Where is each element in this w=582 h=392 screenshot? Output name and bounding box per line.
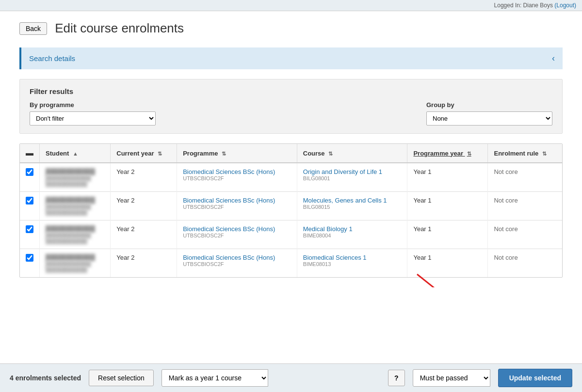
current-year-cell-3: Year 2 (111, 249, 177, 278)
programme-name-0: Biomedical Sciences BSc (Hons) (183, 168, 291, 175)
row-checkbox-1[interactable] (26, 197, 33, 204)
student-name-0: ████████████ (46, 168, 104, 175)
top-bar: Logged In: Diane Boys (Logout) (0, 0, 582, 11)
student-sub1-3: ████████████ (46, 261, 104, 267)
table-row: ████████████ ████████████ ███████████ Ye… (20, 249, 562, 278)
enrolment-rule-cell-2: Not core (488, 220, 562, 249)
current-year-cell-1: Year 2 (111, 192, 177, 220)
programme-cell-2: Biomedical Sciences BSc (Hons) UTBSCBIOS… (177, 220, 297, 249)
programme-year-cell-1: Year 1 (407, 192, 488, 220)
row-checkbox-cell[interactable] (20, 220, 40, 249)
row-checkbox-cell[interactable] (20, 192, 40, 220)
programme-cell-1: Biomedical Sciences BSc (Hons) UTBSCBIOS… (177, 192, 297, 220)
programme-column-header[interactable]: Programme ⇅ (177, 144, 297, 163)
back-button[interactable]: Back (19, 22, 47, 35)
course-code-1: BILG08015 (303, 204, 402, 210)
course-cell-0: Origin and Diversity of Life 1 BILG08001 (297, 163, 407, 192)
student-column-header[interactable]: Student ▲ (40, 144, 111, 163)
student-sub1-2: ████████████ (46, 232, 104, 238)
search-details-bar: Search details ‹ (19, 47, 563, 69)
search-details-label: Search details (29, 54, 75, 63)
programme-year-column-header[interactable]: Programme year ⇅ (407, 144, 488, 163)
student-cell-3: ████████████ ████████████ ███████████ (40, 249, 111, 278)
student-cell-1: ████████████ ████████████ ███████████ (40, 192, 111, 220)
row-checkbox-cell[interactable] (20, 163, 40, 192)
student-sort-icon: ▲ (73, 151, 78, 157)
select-all-header[interactable]: ▬ (20, 144, 40, 163)
course-sort-icon: ⇅ (328, 151, 333, 157)
row-checkbox-0[interactable] (26, 168, 33, 176)
programme-cell-3: Biomedical Sciences BSc (Hons) UTBSCBIOS… (177, 249, 297, 278)
programme-code-1: UTBSCBIOSC2F (183, 204, 291, 210)
current-year-cell-0: Year 2 (111, 163, 177, 192)
programme-code-0: UTBSCBIOSC2F (183, 175, 291, 181)
student-cell-2: ████████████ ████████████ ███████████ (40, 220, 111, 249)
student-name-1: ████████████ (46, 197, 104, 204)
programme-cell-0: Biomedical Sciences BSc (Hons) UTBSCBIOS… (177, 163, 297, 192)
enrolment-rule-column-header[interactable]: Enrolment rule ⇅ (488, 144, 562, 163)
course-cell-2: Medical Biology 1 BIME08004 (297, 220, 407, 249)
enrolment-rule-cell-0: Not core (488, 163, 562, 192)
course-name-2: Medical Biology 1 (303, 225, 402, 233)
course-code-0: BILG08001 (303, 175, 402, 181)
programme-name-3: Biomedical Sciences BSc (Hons) (183, 254, 291, 261)
student-sub2-3: ███████████ (46, 267, 104, 272)
table-row: ████████████ ████████████ ███████████ Ye… (20, 163, 562, 192)
collapse-icon[interactable]: ‹ (552, 53, 555, 63)
student-sub2-0: ███████████ (46, 181, 104, 187)
header-row: Back Edit course enrolments (19, 21, 563, 36)
group-by-label: Group by (426, 101, 552, 109)
student-name-3: ████████████ (46, 254, 104, 261)
current-year-sort-icon: ⇅ (158, 151, 162, 157)
student-cell-0: ████████████ ████████████ ███████████ (40, 163, 111, 192)
programme-code-2: UTBSCBIOSC2F (183, 233, 291, 238)
by-programme-select[interactable]: Don't filter (30, 111, 156, 125)
row-checkbox-3[interactable] (26, 254, 33, 262)
student-sub1-0: ████████████ (46, 175, 104, 181)
by-programme-label: By programme (30, 101, 156, 109)
programme-name-2: Biomedical Sciences BSc (Hons) (183, 225, 291, 233)
enrolment-rule-sort-icon: ⇅ (542, 151, 547, 157)
programme-name-1: Biomedical Sciences BSc (Hons) (183, 197, 291, 204)
table-wrapper: ▬ Student ▲ Current year ⇅ Programme ⇅ (19, 143, 563, 278)
course-name-3: Biomedical Sciences 1 (303, 254, 402, 261)
course-code-2: BIME08004 (303, 233, 402, 238)
course-name-0: Origin and Diversity of Life 1 (303, 168, 402, 175)
student-sub2-1: ███████████ (46, 209, 104, 215)
table-container: ▬ Student ▲ Current year ⇅ Programme ⇅ (19, 143, 563, 278)
student-sub1-1: ████████████ (46, 204, 104, 209)
course-cell-1: Molecules, Genes and Cells 1 BILG08015 (297, 192, 407, 220)
enrolments-table: ▬ Student ▲ Current year ⇅ Programme ⇅ (20, 144, 562, 277)
course-cell-3: Biomedical Sciences 1 BIME08013 (297, 249, 407, 278)
enrolment-rule-cell-1: Not core (488, 192, 562, 220)
page-title: Edit course enrolments (55, 21, 184, 36)
row-checkbox-2[interactable] (26, 225, 33, 233)
current-year-column-header[interactable]: Current year ⇅ (111, 144, 177, 163)
logout-link[interactable]: (Logout) (554, 2, 576, 9)
filter-box: Filter results By programme Don't filter… (19, 79, 563, 134)
student-name-2: ████████████ (46, 225, 104, 232)
enrolment-rule-cell-3: Not core (488, 249, 562, 278)
programme-year-cell-3: Year 1 (407, 249, 488, 278)
programme-year-cell-0: Year 1 (407, 163, 488, 192)
table-row: ████████████ ████████████ ███████████ Ye… (20, 220, 562, 249)
programme-sort-icon: ⇅ (222, 151, 226, 157)
group-by-select[interactable]: None (426, 111, 552, 125)
student-sub2-2: ███████████ (46, 238, 104, 244)
filter-title: Filter results (30, 87, 552, 95)
course-name-1: Molecules, Genes and Cells 1 (303, 197, 402, 204)
table-row: ████████████ ████████████ ███████████ Ye… (20, 192, 562, 220)
course-code-3: BIME08013 (303, 261, 402, 267)
row-checkbox-cell[interactable] (20, 249, 40, 278)
current-year-cell-2: Year 2 (111, 220, 177, 249)
programme-code-3: UTBSCBIOSC2F (183, 261, 291, 267)
programme-year-sort-icon: ⇅ (467, 151, 471, 157)
programme-year-cell-2: Year 1 (407, 220, 488, 249)
course-column-header[interactable]: Course ⇅ (297, 144, 407, 163)
logged-in-text: Logged In: Diane Boys (494, 2, 553, 9)
